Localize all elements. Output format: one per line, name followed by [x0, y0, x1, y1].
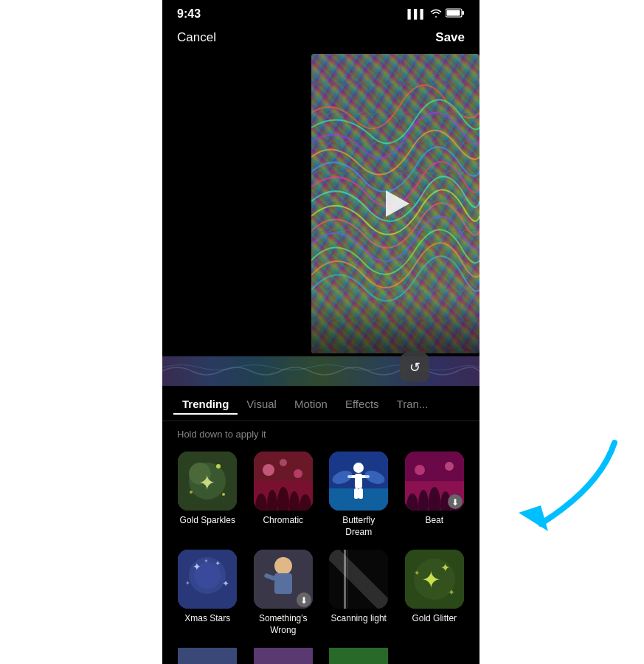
battery-icon	[446, 8, 465, 20]
svg-rect-53	[274, 573, 292, 594]
phone-frame: 9:43 ▌▌▌	[0, 0, 644, 664]
effect-label-butterfly-dream: Butterfly Dream	[329, 515, 388, 538]
svg-point-39	[415, 465, 425, 475]
svg-text:✦: ✦	[185, 580, 190, 587]
svg-rect-59	[344, 550, 346, 609]
tab-trending[interactable]: Trending	[173, 395, 238, 415]
effect-partial-4[interactable]	[397, 642, 473, 664]
svg-rect-67	[178, 648, 237, 664]
effect-label-chromatic: Chromatic	[263, 515, 303, 527]
svg-point-19	[263, 464, 274, 476]
svg-rect-68	[254, 648, 313, 664]
effect-thumb-somethings-wrong: ⬇	[254, 550, 313, 609]
tab-effects[interactable]: Effects	[336, 395, 388, 415]
header: Cancel Save	[162, 24, 479, 54]
effect-partial-1[interactable]	[170, 642, 246, 664]
phone-screen: 9:43 ▌▌▌	[162, 0, 479, 664]
effect-thumb-partial-1	[178, 648, 237, 664]
svg-rect-2	[447, 10, 460, 16]
effect-label-somethings-wrong: Something's Wrong	[254, 613, 313, 636]
svg-text:⬇: ⬇	[300, 595, 308, 606]
tab-visual[interactable]: Visual	[238, 395, 285, 415]
timeline-inner	[162, 356, 479, 386]
undo-button[interactable]: ↺	[400, 353, 429, 382]
effect-chromatic[interactable]: Chromatic	[246, 446, 322, 544]
play-button[interactable]	[386, 190, 409, 217]
svg-point-10	[190, 491, 193, 494]
tab-motion[interactable]: Motion	[285, 395, 336, 415]
save-button[interactable]: Save	[435, 30, 465, 45]
timeline-strip[interactable]	[162, 356, 479, 386]
effect-thumb-beat: ⬇	[405, 452, 464, 511]
signal-icon: ▌▌▌	[407, 9, 426, 19]
effect-label-beat: Beat	[425, 515, 443, 527]
effect-butterfly-dream[interactable]: Butterfly Dream	[321, 446, 397, 544]
undo-icon: ↺	[409, 359, 420, 376]
effect-thumb-chromatic	[254, 452, 313, 511]
svg-text:✦: ✦	[215, 559, 221, 567]
svg-rect-28	[354, 488, 359, 499]
effect-scanning-light[interactable]: Scanning light	[321, 544, 397, 642]
effects-grid-row1: ✦ Gold Sparkles	[162, 446, 479, 544]
effects-grid-row2: ✦ ✦ ✦ ✦ ✦ Xmas Stars	[162, 544, 479, 642]
svg-rect-69	[329, 648, 388, 664]
effect-gold-sparkles[interactable]: ✦ Gold Sparkles	[170, 446, 246, 544]
arrow-annotation	[482, 428, 644, 549]
effect-somethings-wrong[interactable]: ⬇ Something's Wrong	[246, 544, 322, 642]
status-icons: ▌▌▌	[407, 8, 465, 20]
effect-label-scanning-light: Scanning light	[331, 613, 387, 625]
effects-grid-partial	[162, 642, 479, 664]
effect-thumb-gold-sparkles: ✦	[178, 452, 237, 511]
svg-rect-4	[162, 356, 479, 386]
effect-thumb-partial-3	[329, 648, 388, 664]
wifi-icon	[430, 9, 442, 20]
svg-point-40	[445, 462, 454, 471]
effect-xmas-stars[interactable]: ✦ ✦ ✦ ✦ ✦ Xmas Stars	[170, 544, 246, 642]
svg-text:✦: ✦	[198, 471, 215, 494]
effect-beat[interactable]: ⬇ Beat	[397, 446, 473, 544]
svg-rect-3	[311, 297, 479, 353]
svg-text:✦: ✦	[193, 561, 201, 573]
effect-label-xmas-stars: Xmas Stars	[184, 613, 230, 625]
svg-point-20	[294, 469, 302, 478]
svg-text:✦: ✦	[222, 578, 229, 589]
effect-gold-glitter[interactable]: ✦ ✦ ✦ ✦ Gold Glitter	[397, 544, 473, 642]
tab-transitions[interactable]: Tran...	[388, 395, 437, 415]
svg-text:✦: ✦	[440, 561, 450, 574]
svg-rect-60	[347, 550, 347, 609]
svg-text:✦: ✦	[204, 558, 209, 564]
effect-partial-3[interactable]	[321, 642, 397, 664]
status-time: 9:43	[177, 7, 201, 21]
svg-point-24	[353, 463, 364, 473]
effect-thumb-partial-2	[254, 648, 313, 664]
svg-text:✦: ✦	[421, 567, 441, 593]
effect-thumb-butterfly	[329, 452, 388, 511]
cancel-button[interactable]: Cancel	[177, 30, 216, 45]
svg-point-52	[274, 557, 292, 575]
hint-text: Hold down to apply it	[162, 421, 479, 446]
effect-thumb-xmas: ✦ ✦ ✦ ✦ ✦	[178, 550, 237, 609]
status-bar: 9:43 ▌▌▌	[162, 0, 479, 24]
svg-text:✦: ✦	[414, 569, 420, 577]
svg-rect-1	[463, 11, 465, 15]
svg-rect-29	[359, 488, 363, 499]
effect-thumb-scanning-light	[329, 550, 388, 609]
effect-thumb-gold-glitter: ✦ ✦ ✦ ✦	[405, 550, 464, 609]
svg-point-11	[222, 493, 225, 496]
svg-text:⬇: ⬇	[451, 497, 459, 508]
tabs-bar: Trending Visual Motion Effects Tran...	[162, 386, 479, 421]
svg-point-21	[280, 459, 287, 466]
svg-point-9	[216, 464, 221, 468]
effect-partial-2[interactable]	[246, 642, 322, 664]
video-preview[interactable]	[311, 54, 479, 353]
effect-label-gold-glitter: Gold Glitter	[412, 613, 457, 625]
effect-label-gold-sparkles: Gold Sparkles	[180, 515, 235, 527]
svg-text:✦: ✦	[448, 587, 455, 598]
